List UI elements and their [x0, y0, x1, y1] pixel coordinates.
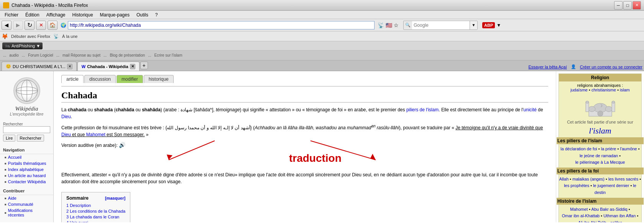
link-jugement[interactable]: le jugement dernier	[593, 183, 629, 188]
bookmark-debuter[interactable]: Débuter avec Firefox	[11, 34, 50, 39]
quicklink-4[interactable]: Forum Logiciel	[28, 53, 53, 57]
wiki-tab-article[interactable]: article	[61, 75, 84, 83]
home-button[interactable]: 🏠	[48, 21, 58, 30]
menu-outils[interactable]: Outils	[133, 11, 151, 18]
refresh-button[interactable]: ↻	[25, 21, 34, 30]
link-allah[interactable]: Allah	[559, 177, 568, 181]
sidebar-communaute[interactable]: ■Communauté	[0, 201, 53, 207]
sidebar-search-input[interactable]	[3, 126, 50, 133]
link-judaisme[interactable]: judaïsme	[570, 88, 588, 92]
link-califes[interactable]: califes	[610, 220, 622, 222]
link-unicite[interactable]: unicité	[523, 107, 537, 112]
bookmark-aune[interactable]: À la une	[62, 34, 77, 39]
quicklink-10[interactable]: Ecrire sur l'islam	[154, 53, 182, 57]
quicklink-2[interactable]: audio	[9, 53, 18, 57]
toc-item-4: 4 Voir aussi	[66, 220, 125, 222]
link-ali[interactable]: Ali ibn Abi Talib	[578, 220, 606, 222]
quicklink-1[interactable]: ...	[3, 53, 6, 57]
tab-christianisme-icon: 😊	[6, 64, 11, 69]
link-pelerinage[interactable]: le pèlerinage à La Mecque	[575, 160, 625, 164]
toc-link-1[interactable]: 1 Description	[66, 203, 91, 208]
link-dieu[interactable]: Dieu	[61, 114, 71, 119]
link-omar[interactable]: Omar ibn al-Khattab	[562, 213, 600, 218]
link-mahomet[interactable]: Mahomet	[570, 207, 588, 212]
sidebar-aide[interactable]: ■Aide	[0, 195, 53, 201]
minimize-button[interactable]: ─	[614, 1, 623, 10]
search-input[interactable]	[412, 21, 470, 29]
religions-label: religions abrahamiques :	[561, 83, 639, 88]
svg-point-16	[612, 101, 615, 103]
svg-rect-15	[612, 102, 615, 112]
link-islam[interactable]: islam	[620, 88, 630, 92]
menu-edition[interactable]: Édition	[22, 11, 43, 18]
star-icon[interactable]: ☆	[394, 22, 399, 28]
maximize-button[interactable]: □	[623, 1, 632, 10]
close-button[interactable]: ✕	[632, 1, 641, 10]
quicklink-7[interactable]: ...	[104, 53, 107, 57]
svg-point-14	[586, 101, 589, 103]
sidebar-contacter[interactable]: ■Contacter Wikipédia	[0, 179, 53, 185]
link-islam-title[interactable]: l'islam	[589, 126, 611, 135]
toc-toggle[interactable]: [masquer]	[105, 196, 125, 200]
menu-marquepages[interactable]: Marque-pages	[97, 11, 133, 18]
tab-chahada[interactable]: W Chahada - Wikipédia ✕	[77, 62, 140, 71]
create-account-link[interactable]: Créer un compte ou se connecter	[580, 65, 642, 69]
sidebar-index[interactable]: ■Index alphabétique	[0, 166, 53, 173]
quicklink-3[interactable]: ...	[22, 53, 25, 57]
toc-link-4[interactable]: 4 Voir aussi	[66, 220, 88, 222]
speaker-icon[interactable]: 🔊	[119, 142, 125, 148]
quicklink-9[interactable]: ...	[148, 53, 151, 57]
forward-button[interactable]: ▶	[13, 21, 23, 30]
back-button[interactable]: ◀	[2, 21, 12, 30]
window-title: Chahada - Wikipédia - Mozilla Firefox	[12, 3, 88, 8]
sidebar-hasard[interactable]: ■Un article au hasard	[0, 173, 53, 179]
wiki-tab-discussion[interactable]: discussion	[84, 75, 116, 83]
adblock-dropdown[interactable]: ▼	[496, 23, 501, 28]
tab-chahada-close[interactable]: ✕	[130, 64, 135, 69]
quicklink-5[interactable]: ...	[56, 53, 59, 57]
beta-link[interactable]: Essayer la bêta Açaí	[528, 65, 567, 69]
rechercher-button[interactable]: Rechercher	[17, 135, 44, 142]
antiphishing-button[interactable]: 🐜 AntiPhishing ▼	[2, 42, 43, 49]
tab-chahada-label: Chahada - Wikipédia	[87, 64, 128, 69]
search-button[interactable]: ▼	[470, 21, 477, 29]
link-priere[interactable]: la prière	[601, 146, 616, 151]
para3-text: Effectivement, attester « qu'il n'y a pa…	[61, 171, 548, 185]
toc-item-1: 1 Description	[66, 203, 125, 208]
wiki-tab-modifier[interactable]: modifier	[117, 75, 143, 83]
lire-button[interactable]: Lire	[3, 135, 15, 142]
link-malaikas[interactable]: malaikas (anges)	[572, 177, 605, 181]
aune-text: À la une	[62, 34, 77, 39]
link-prophetes[interactable]: les prophètes	[564, 183, 589, 188]
link-mahomet[interactable]: Mahomet	[86, 132, 105, 137]
address-input[interactable]	[68, 21, 375, 29]
tab-christianisme[interactable]: 😊 DU CHRISTIANISME A L'I... ✕	[2, 62, 77, 71]
menu-affichage[interactable]: Affichage	[43, 11, 69, 18]
link-piliers[interactable]: piliers de l'islam	[406, 107, 439, 112]
wiki-tab-historique[interactable]: historique	[144, 75, 174, 83]
sidebar-portails[interactable]: ■Portails thématiques	[0, 160, 53, 166]
link-livres[interactable]: les livres sacrés	[608, 177, 638, 181]
link-aumone[interactable]: l'aumône	[620, 146, 637, 151]
new-tab-button[interactable]: +	[140, 62, 148, 69]
menu-historique[interactable]: Historique	[69, 11, 96, 18]
title-bar: Chahada - Wikipédia - Mozilla Firefox ─ …	[0, 0, 644, 11]
toc-link-2[interactable]: 2 Les conditions de la Chahada	[66, 209, 125, 213]
version-auditive: Version auditive (en arabe): 🔊	[61, 141, 548, 149]
sidebar-modifications[interactable]: ■Modifications récentes	[0, 207, 53, 218]
quicklink-6[interactable]: mail Réponse au sujet	[62, 53, 100, 57]
sidebar-accueil[interactable]: ■Accueil	[0, 154, 53, 160]
stop-button[interactable]: ✕	[36, 21, 46, 30]
menu-fichier[interactable]: Fichier	[2, 11, 21, 18]
link-christianisme[interactable]: christianisme	[591, 88, 616, 92]
tab-christianisme-close[interactable]: ✕	[67, 64, 72, 69]
toc-link-3[interactable]: 3 La chahada dans le Coran	[66, 215, 119, 219]
link-abubakr[interactable]: Abu Bakr as-Siddiq	[591, 207, 628, 212]
link-jeune[interactable]: le jeûne de ramadan	[580, 153, 618, 158]
link-uthman[interactable]: Uthman ibn Affan	[603, 213, 636, 218]
window-controls[interactable]: ─ □ ✕	[614, 1, 641, 10]
menu-help[interactable]: ?	[152, 11, 161, 18]
link-declaration[interactable]: la déclaration de foi	[560, 146, 597, 151]
link-dieu2[interactable]: Dieu	[61, 132, 71, 137]
quicklink-8[interactable]: Blog de présentation	[110, 53, 145, 57]
